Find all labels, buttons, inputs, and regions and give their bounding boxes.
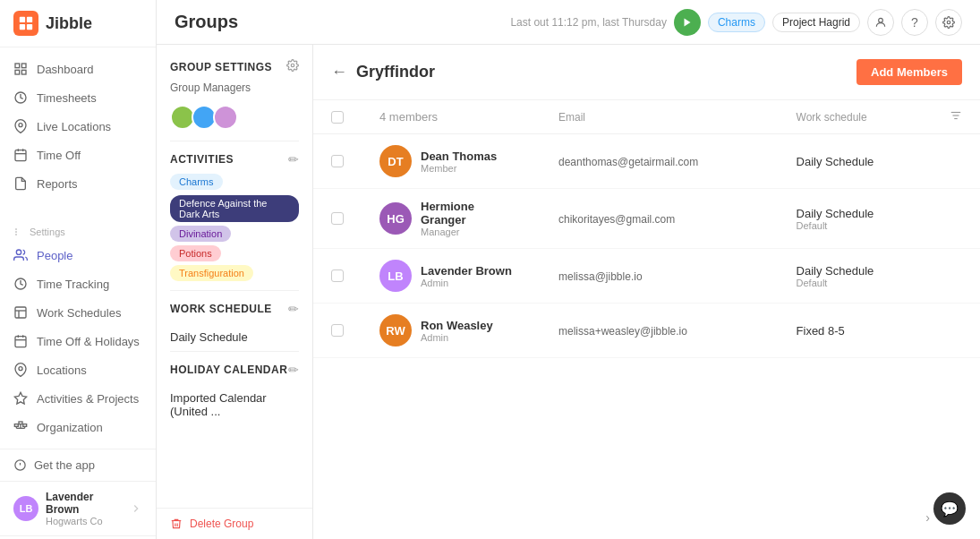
holiday-calendar-value: Imported Calendar (United ... <box>157 384 312 425</box>
svg-marker-24 <box>14 392 26 404</box>
sidebar-item-reports[interactable]: Reports <box>0 169 156 198</box>
sidebar-item-people[interactable]: People <box>0 241 156 270</box>
svg-rect-5 <box>21 64 26 68</box>
sidebar-item-organization[interactable]: Organization <box>0 413 156 441</box>
table-row: DT Dean Thomas Member deanthomas@getairm… <box>313 134 980 189</box>
user-info: Lavender Brown Hogwarts Co <box>46 491 123 526</box>
group-managers-label: Group Managers <box>157 81 312 101</box>
row-checkbox[interactable] <box>331 212 344 225</box>
sidebar: Jibble Dashboard Timesheets Live Locatio… <box>0 0 157 539</box>
work-schedule-edit-icon[interactable]: ✏ <box>288 302 299 316</box>
help-icon-btn[interactable]: ? <box>901 9 928 36</box>
member-avatar: DT <box>379 145 412 177</box>
row-checkbox[interactable] <box>331 155 344 167</box>
svg-rect-27 <box>23 424 27 427</box>
add-members-button[interactable]: Add Members <box>856 59 962 85</box>
tag-potions-label: Potions <box>170 245 221 261</box>
col-work-schedule: Work schedule <box>779 100 932 134</box>
holiday-edit-icon[interactable]: ✏ <box>288 363 299 377</box>
sidebar-item-live-locations-label: Live Locations <box>37 120 111 133</box>
sidebar-item-timesheets-label: Timesheets <box>37 91 97 105</box>
get-app-label: Get the app <box>34 458 95 472</box>
member-role: Manager <box>421 227 523 237</box>
member-schedule: Daily Schedule <box>797 155 914 168</box>
tag-charms-item: Charms <box>157 174 312 193</box>
sidebar-item-timesheets[interactable]: Timesheets <box>0 83 156 112</box>
table-row: RW Ron Weasley Admin melissa+weasley@jib… <box>313 304 980 358</box>
col-actions <box>932 100 980 134</box>
member-email: melissa@jibble.io <box>558 270 643 283</box>
sidebar-item-time-tracking[interactable]: Time Tracking <box>0 270 156 298</box>
user-icon <box>874 16 887 29</box>
tag-charms-label: Charms <box>170 174 223 190</box>
table-row: LB Lavender Brown Admin melissa@jibble.i… <box>313 249 980 304</box>
row-actions <box>932 134 980 189</box>
collapse-button[interactable]: COLLAPSE <box>0 535 156 539</box>
schedule-default: Default <box>797 278 914 288</box>
sidebar-item-work-schedules[interactable]: Work Schedules <box>0 298 156 327</box>
member-schedule: Daily Schedule Default <box>797 264 914 288</box>
user-company: Hogwarts Co <box>46 516 123 526</box>
delete-group-button[interactable]: Delete Group <box>157 508 312 539</box>
expand-panel-button[interactable]: › <box>925 510 930 525</box>
back-button[interactable]: ← <box>331 63 347 81</box>
work-schedule-header: WORK SCHEDULE ✏ <box>157 291 312 323</box>
chat-bubble[interactable]: 💬 <box>933 492 966 525</box>
group-name: Gryffindor <box>356 63 435 81</box>
col-checkbox <box>313 100 362 134</box>
svg-rect-7 <box>21 70 26 74</box>
member-avatar: RW <box>379 314 412 346</box>
topbar-right: Last out 11:12 pm, last Thursday Charms … <box>510 9 962 36</box>
sidebar-item-time-off[interactable]: Time Off <box>0 141 156 169</box>
row-actions <box>932 304 980 358</box>
member-name: Ron Weasley <box>421 319 493 332</box>
main-nav: Dashboard Timesheets Live Locations Time… <box>0 47 156 205</box>
group-settings-title: GROUP SETTINGS <box>170 61 272 73</box>
sidebar-item-activities-projects[interactable]: Activities & Projects <box>0 384 156 413</box>
activities-edit-icon[interactable]: ✏ <box>288 152 299 167</box>
svg-rect-10 <box>15 150 26 161</box>
member-avatar: LB <box>379 260 412 292</box>
svg-rect-0 <box>20 17 25 22</box>
sidebar-item-live-locations[interactable]: Live Locations <box>0 112 156 141</box>
charms-tag[interactable]: Charms <box>708 13 765 32</box>
project-tag[interactable]: Project Hagrid <box>772 13 860 32</box>
user-profile[interactable]: LB Lavender Brown Hogwarts Co <box>0 481 156 535</box>
user-avatar: LB <box>13 496 38 521</box>
help-icon: ? <box>911 15 918 30</box>
manager-avatar-3 <box>213 105 238 130</box>
svg-rect-3 <box>27 24 32 30</box>
col-member-count: 4 members <box>362 100 541 134</box>
user-icon-btn[interactable] <box>867 9 894 36</box>
get-app-item[interactable]: Get the app <box>0 449 156 481</box>
logo-icon <box>13 11 38 36</box>
member-cell: RW Ron Weasley Admin <box>379 314 523 346</box>
last-out-text: Last out 11:12 pm, last Thursday <box>510 16 667 29</box>
managers-row <box>157 101 312 141</box>
select-all-checkbox[interactable] <box>331 111 344 124</box>
settings-label: Settings <box>0 219 156 241</box>
row-checkbox[interactable] <box>331 270 344 282</box>
sidebar-item-work-schedules-label: Work Schedules <box>37 306 121 320</box>
group-settings-icon[interactable] <box>286 59 299 74</box>
member-schedule: Fixed 8-5 <box>797 324 914 338</box>
content: GROUP SETTINGS Group Managers ACTIVITIES… <box>157 45 980 539</box>
svg-rect-19 <box>15 337 26 347</box>
row-actions <box>932 189 980 249</box>
activities-header: ACTIVITIES ✏ <box>157 141 312 174</box>
main: Groups Last out 11:12 pm, last Thursday … <box>157 0 980 539</box>
member-schedule: Daily Schedule Default <box>797 207 914 231</box>
work-schedule-title: WORK SCHEDULE <box>170 303 272 315</box>
settings-icon-btn[interactable] <box>935 9 962 36</box>
sidebar-item-locations[interactable]: Locations <box>0 355 156 384</box>
row-checkbox[interactable] <box>331 324 344 337</box>
member-name: Hermione Granger <box>421 200 523 227</box>
sidebar-item-dashboard[interactable]: Dashboard <box>0 55 156 83</box>
play-button[interactable] <box>674 9 701 36</box>
svg-point-9 <box>19 124 22 127</box>
column-settings-icon[interactable] <box>950 109 962 122</box>
user-name: Lavender Brown <box>46 491 123 516</box>
sidebar-item-time-off-holidays-label: Time Off & Holidays <box>37 335 140 348</box>
sidebar-item-time-off-holidays[interactable]: Time Off & Holidays <box>0 327 156 355</box>
tag-divination-label: Divination <box>170 226 231 242</box>
